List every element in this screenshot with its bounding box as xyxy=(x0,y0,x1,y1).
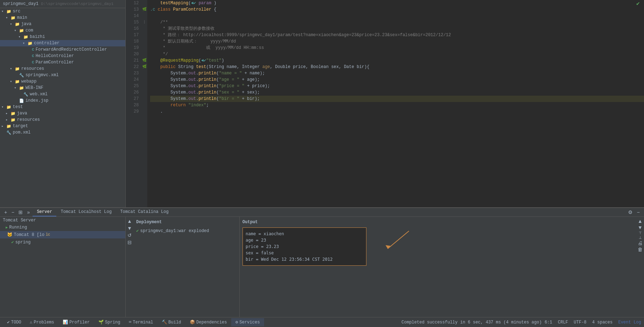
deploy-refresh-btn[interactable]: ↺ xyxy=(127,232,132,238)
status-tab-profiler[interactable]: 📊 Profiler xyxy=(58,318,94,326)
tree-item-src[interactable]: 📁 src xyxy=(0,8,125,15)
status-right: 6:1 CRLF UTF-8 4 spaces Event Log xyxy=(545,320,641,325)
print-btn[interactable]: 🖨 xyxy=(638,240,643,246)
toolbar-btn-1[interactable]: + xyxy=(3,209,8,216)
line-numbers: 12 13 14 15 16 17 18 19 20 21 22 23 24 2… xyxy=(126,0,142,207)
charset[interactable]: UTF-8 xyxy=(574,320,587,325)
delete-btn[interactable]: 🗑 xyxy=(638,247,643,252)
tree-item-controller[interactable]: 📁 controller xyxy=(0,40,125,46)
tree-item-main[interactable]: 📁 main xyxy=(0,15,125,21)
scroll-down-btn[interactable]: ▼ xyxy=(638,225,643,230)
status-tab-spring[interactable]: 🌱 Spring xyxy=(94,318,125,326)
code-line-25: System.out.println("price = " + price); xyxy=(150,83,644,89)
services-main: Deployment ✔ springmvc_day1:war exploded… xyxy=(133,217,644,317)
tree-item-hello-controller[interactable]: C HelloController xyxy=(0,53,125,59)
code-line-21: @RequestMapping(◄✔"test") xyxy=(150,57,644,64)
code-area: 12 13 14 15 16 17 18 19 20 21 22 23 24 2… xyxy=(126,0,644,207)
svg-line-0 xyxy=(388,231,409,249)
status-bar: ✔ TODO ⚠ Problems 📊 Profiler 🌱 Spring ⌨ … xyxy=(0,317,644,327)
tree-item-resources[interactable]: 📁 resources xyxy=(0,66,125,72)
code-line-22: public String test(String name, Integer … xyxy=(150,64,644,70)
tree-item-pom[interactable]: 🔧 pom.xml xyxy=(0,129,125,136)
deploy-up-btn[interactable]: ▲ xyxy=(127,218,132,224)
bottom-tabs: + − ⊞ » Server Tomcat Localhost Log Tomc… xyxy=(0,208,644,217)
arrow-test-java xyxy=(6,111,9,115)
scroll-up-btn[interactable]: ▲ xyxy=(638,218,643,224)
output-header: Output xyxy=(243,220,633,225)
tomcat-item[interactable]: 🐱 Tomcat 8 [lo lc xyxy=(0,231,125,238)
status-tab-build[interactable]: 🔨 Build xyxy=(158,318,186,326)
line-ending[interactable]: CRLF xyxy=(558,320,568,325)
tab-catalina-log[interactable]: Tomcat Catalina Log xyxy=(116,208,173,216)
tab-server[interactable]: Server xyxy=(33,208,56,216)
code-line-28: return "index"; xyxy=(150,102,644,108)
tree-item-springmvc-xml[interactable]: 🔧 springmvc.xml xyxy=(0,72,125,78)
tree-item-target[interactable]: 📁 target xyxy=(0,123,125,129)
indent-setting[interactable]: 4 spaces xyxy=(592,320,613,325)
deployment-panel: Deployment ✔ springmvc_day1:war exploded xyxy=(133,217,240,317)
tab-tomcat-log[interactable]: Tomcat Localhost Log xyxy=(56,208,116,216)
server-status-item[interactable]: ▶ Running xyxy=(0,224,125,231)
scroll-top-btn[interactable]: ⊤ xyxy=(638,231,643,235)
spring-item[interactable]: ✔ spring xyxy=(0,238,125,246)
deploy-down-btn[interactable]: ▼ xyxy=(127,225,132,231)
event-log[interactable]: Event Log xyxy=(618,320,641,325)
tree-item-index-jsp[interactable]: 📄 index.jsp xyxy=(0,97,125,104)
folder-icon-test-java: 📁 xyxy=(11,111,16,116)
toolbar-btn-3[interactable]: ⊞ xyxy=(17,209,24,216)
scroll-buttons: ▲ ▼ ⊤ ⊥ 🖨 🗑 xyxy=(636,217,644,317)
tomcat-bracket: lc xyxy=(46,233,50,237)
output-line-4: sex = false xyxy=(246,250,363,256)
tree-item-forward-controller[interactable]: C ForwardAndRedirectController xyxy=(0,46,125,53)
xml-icon-springmvc: 🔧 xyxy=(19,73,24,78)
tree-item-web-inf[interactable]: 📁 WEB-INF xyxy=(0,85,125,91)
status-message: Completed successfully in 6 sec, 437 ms … xyxy=(399,320,545,325)
tree-item-web-xml[interactable]: 🔧 web.xml xyxy=(0,91,125,97)
tree-item-webapp[interactable]: 📁 webapp xyxy=(0,78,125,85)
code-editor[interactable]: 12 13 14 15 16 17 18 19 20 21 22 23 24 2… xyxy=(126,0,644,207)
status-tab-services[interactable]: ⚙ Services xyxy=(231,318,264,326)
code-line-26: System.out.println("sex = " + sex); xyxy=(150,89,644,96)
toolbar-btn-2[interactable]: − xyxy=(10,209,16,216)
server-item-tomcat[interactable]: Tomcat Server xyxy=(0,217,125,224)
tree-item-java[interactable]: 📁 java xyxy=(0,21,125,27)
tree-item-test[interactable]: 📁 test xyxy=(0,104,125,110)
folder-icon-webinf: 📁 xyxy=(19,86,24,90)
code-line-29: . xyxy=(150,108,644,115)
deploy-check-icon: ✔ xyxy=(136,228,139,233)
code-lines: testMapping(◄✔ param ) .c class ParamCon… xyxy=(147,0,644,207)
deploy-stop-btn[interactable]: ⊟ xyxy=(127,239,132,245)
arrow-java xyxy=(10,22,13,26)
status-tab-problems[interactable]: ⚠ Problems xyxy=(25,318,58,326)
tree-item-test-resources[interactable]: 📁 resources xyxy=(0,117,125,123)
bottom-panel: + − ⊞ » Server Tomcat Localhost Log Tomc… xyxy=(0,207,644,317)
settings-icon-btn[interactable]: ⚙ xyxy=(627,209,634,216)
status-tab-terminal[interactable]: ⌨ Terminal xyxy=(125,318,158,326)
folder-icon-main: 📁 xyxy=(11,16,16,20)
code-line-18: * 默认日期格式： yyyy/MM/dd xyxy=(150,38,644,45)
tree-item-com[interactable]: 📁 com xyxy=(0,27,125,34)
deployment-item: ✔ springmvc_day1:war exploded xyxy=(136,227,236,234)
arrow-baizhi xyxy=(18,35,22,39)
java-icon-2: C xyxy=(32,54,34,58)
arrow-src xyxy=(1,9,5,13)
folder-icon-src: 📁 xyxy=(6,9,11,14)
scroll-bottom-btn[interactable]: ⊥ xyxy=(638,236,643,239)
services-content: Tomcat Server ▶ Running 🐱 Tomcat 8 [lo l… xyxy=(0,217,644,317)
status-tab-todo[interactable]: ✔ TODO xyxy=(3,318,25,326)
toolbar-btn-4[interactable]: » xyxy=(25,209,31,216)
folder-icon-test: 📁 xyxy=(6,105,11,109)
java-icon-3: C xyxy=(32,60,34,64)
tree-item-baizhi[interactable]: 📁 baizhi xyxy=(0,34,125,40)
status-tab-dependencies[interactable]: 📦 Dependencies xyxy=(186,318,231,326)
folder-icon-com: 📁 xyxy=(19,28,24,33)
spring-icon: 🌱 xyxy=(98,320,104,325)
tree-item-test-java[interactable]: 📁 java xyxy=(0,110,125,117)
tree-item-param-controller[interactable]: C ParamController xyxy=(0,59,125,66)
file-tree-sidebar: springmvc_day1 D:\springmvccode\springmv… xyxy=(0,0,126,207)
arrow-controller xyxy=(23,41,26,45)
output-line-3: price = 23.23 xyxy=(246,243,363,250)
close-panel-btn[interactable]: − xyxy=(636,209,641,216)
profiler-icon: 📊 xyxy=(63,320,68,325)
cursor-position[interactable]: 6:1 xyxy=(545,320,552,325)
